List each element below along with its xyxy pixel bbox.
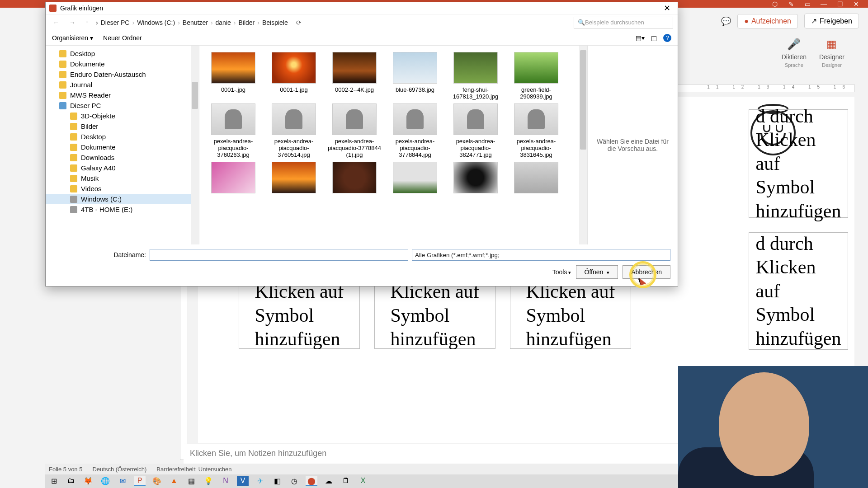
tree-item[interactable]: Downloads [46,152,199,163]
dictate-group[interactable]: 🎤 Diktieren Sprache [776,35,812,70]
tree-item[interactable]: 3D-Objekte [46,111,199,121]
file-tile[interactable] [264,162,323,196]
folder-icon [70,144,77,151]
placeholder-3[interactable]: Klicken auf Symbol hinzufügen [374,282,495,349]
status-accessibility[interactable]: Barrierefreiheit: Untersuchen [156,466,231,473]
view-mode-icon[interactable]: ▤▾ [636,34,645,42]
cancel-button[interactable]: Abbrechen [623,265,670,279]
ribbon-right: 💬 ● Aufzeichnen ↗ Freigeben [721,14,859,28]
outlook-icon[interactable]: ✉ [117,476,128,486]
app-icon-4[interactable]: V [237,476,249,486]
nav-back-icon[interactable]: ← [50,18,62,27]
tree-item[interactable]: Galaxy A40 [46,163,199,173]
app-icon-7[interactable]: ⬤ [306,476,317,486]
powerpoint-icon[interactable]: P [134,476,146,486]
organise-menu[interactable]: Organisieren ▾ [52,34,93,42]
app-icon-5[interactable]: ◧ [271,476,283,486]
tree-item[interactable]: Dieser PC [46,100,199,111]
title-btn-2[interactable]: ✎ [788,0,795,8]
app-icon-1[interactable]: 🎨 [151,476,163,486]
file-tile[interactable]: pexels-andrea-piacquadio-3778844.jpg [386,103,444,158]
nav-fwd-icon[interactable]: → [66,18,78,27]
excel-icon[interactable]: X [357,476,369,486]
comments-icon[interactable]: 💬 [721,16,731,26]
tree-item[interactable]: 4TB - HOME (E:) [46,204,199,215]
filename-input[interactable] [150,249,408,261]
file-tile[interactable] [507,162,566,196]
app-icon-9[interactable]: 🗒 [340,476,352,486]
search-input[interactable]: 🔍 Beispiele durchsuchen [574,17,673,28]
dialog-close-icon[interactable]: ✕ [660,3,674,13]
preview-toggle-icon[interactable]: ◫ [651,34,657,42]
tree-item[interactable]: Enduro Daten-Austausch [46,69,199,80]
chrome-icon[interactable]: 🌐 [99,476,111,486]
designer-group[interactable]: ▦ Designer Designer [814,35,850,70]
tree-item[interactable]: Musik [46,173,199,183]
file-tile[interactable] [204,162,263,196]
file-tile[interactable] [446,162,505,196]
file-tile[interactable]: green-field-2908939.jpg [507,52,566,100]
files-scrollbar[interactable] [579,46,587,244]
folder-icon [70,185,77,192]
firefox-icon[interactable]: 🦊 [82,476,94,486]
file-tile[interactable]: 0001-1.jpg [264,52,323,100]
file-tile[interactable]: pexels-andrea-piacquadio-3778844 (1).jpg [325,103,384,158]
file-grid[interactable]: 0001-.jpg0001-1.jpg0002-2--4K.jpgblue-69… [199,46,579,244]
explorer-icon[interactable]: 🗂 [65,476,77,486]
tree-item[interactable]: MWS Reader [46,90,199,100]
tree-item[interactable]: Dokumente [46,142,199,152]
thumbnail [393,162,437,193]
title-btn-1[interactable]: ⬡ [771,0,778,8]
open-button[interactable]: Öffnen [576,265,618,279]
file-tile[interactable]: blue-69738.jpg [386,52,444,100]
onenote-icon[interactable]: N [220,476,231,486]
thumbnail [211,52,255,84]
file-tile[interactable]: feng-shui-167813_1920.jpg [446,52,505,100]
filetype-select[interactable] [412,249,670,261]
tree-scrollbar[interactable] [191,46,199,244]
new-folder-button[interactable]: Neuer Ordner [103,34,142,42]
file-tile[interactable]: 0002-2--4K.jpg [325,52,384,100]
tree-item[interactable]: Windows (C:) [46,194,199,204]
tree-item[interactable]: Videos [46,183,199,194]
status-lang[interactable]: Deutsch (Österreich) [92,466,146,473]
vlc-icon[interactable]: ▲ [168,476,180,486]
placeholder-5[interactable]: d durch Klicken auf Symbol hinzufügen [749,232,848,350]
tree-item[interactable]: Dokumente [46,59,199,69]
file-tile[interactable] [386,162,444,196]
file-tile[interactable] [325,162,384,196]
file-tile[interactable]: pexels-andrea-piacquadio-3831645.jpg [507,103,566,158]
minimize-icon[interactable]: — [820,0,827,8]
file-name: pexels-andrea-piacquadio-3824771.jpg [446,138,505,158]
breadcrumb[interactable]: › Dieser PC› Windows (C:)› Benutzer› dan… [96,19,288,26]
tree-item[interactable]: Bilder [46,121,199,131]
tree-item[interactable]: Journal [46,80,199,90]
file-tile[interactable]: pexels-andrea-piacquadio-3760514.jpg [264,103,323,158]
close-icon[interactable]: ✕ [853,0,860,8]
placeholder-4[interactable]: Klicken auf Symbol hinzufügen [510,282,631,349]
app-icon-8[interactable]: ☁ [323,476,335,486]
tools-menu[interactable]: Tools [552,268,571,276]
app-icon-2[interactable]: ▦ [185,476,197,486]
nav-up-icon[interactable]: ↑ [83,18,91,27]
refresh-icon[interactable]: ⟳ [292,18,305,27]
placeholder-2[interactable]: Klicken auf Symbol hinzufügen [239,282,360,349]
tree-item[interactable]: Desktop [46,131,199,142]
placeholder-1[interactable]: d durch Klicken auf Symbol hinzufügen [749,109,848,218]
thumbnail [453,162,498,193]
thumbnail [514,162,558,193]
telegram-icon[interactable]: ✈ [254,476,266,486]
title-btn-3[interactable]: ▭ [804,0,811,8]
file-tile[interactable]: 0001-.jpg [204,52,263,100]
file-tile[interactable]: pexels-andrea-piacquadio-3824771.jpg [446,103,505,158]
file-tile[interactable]: pexels-andrea-piacquadio-3760263.jpg [204,103,263,158]
folder-tree[interactable]: DesktopDokumenteEnduro Daten-AustauschJo… [46,46,199,244]
share-button[interactable]: ↗ Freigeben [804,14,859,28]
start-icon[interactable]: ⊞ [48,476,60,486]
app-icon-3[interactable]: 💡 [203,476,214,486]
help-icon[interactable]: ? [663,34,671,42]
tree-item[interactable]: Desktop [46,48,199,59]
record-button[interactable]: ● Aufzeichnen [737,14,798,28]
maximize-icon[interactable]: ☐ [836,0,844,8]
app-icon-6[interactable]: ◷ [288,476,300,486]
